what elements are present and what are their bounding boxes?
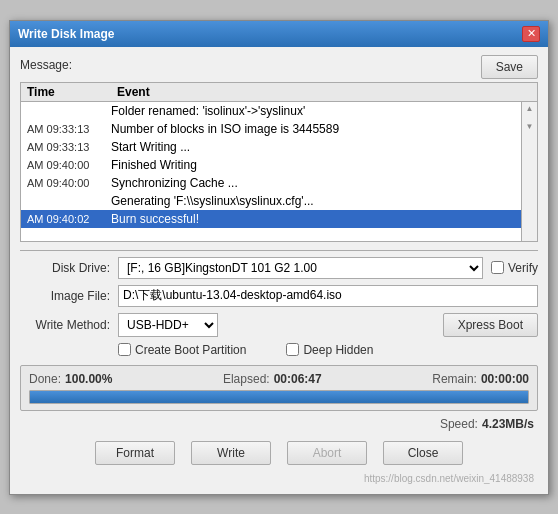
elapsed-label: Elapsed:: [223, 372, 270, 386]
title-bar: Write Disk Image ✕: [10, 21, 548, 47]
xpress-boot-button[interactable]: Xpress Boot: [443, 313, 538, 337]
row-time: AM 09:40:00: [27, 159, 111, 171]
row-time: AM 09:33:13: [27, 141, 111, 153]
elapsed-value: 00:06:47: [274, 372, 322, 386]
table-row[interactable]: Generating 'F:\\syslinux\syslinux.cfg'..…: [21, 192, 521, 210]
bottom-buttons: Format Write Abort Close: [20, 437, 538, 473]
table-row[interactable]: AM 09:40:02Burn successful!: [21, 210, 521, 228]
write-disk-image-dialog: Write Disk Image ✕ Message: Save Time Ev…: [9, 20, 549, 495]
write-method-select[interactable]: USB-HDD+USB-ZIP+USB-HDDUSB-ZIPUSB-FDDRAW: [118, 313, 218, 337]
format-button[interactable]: Format: [95, 441, 175, 465]
deep-hidden-label[interactable]: Deep Hidden: [286, 343, 373, 357]
message-label: Message:: [20, 58, 72, 72]
boot-partition-label[interactable]: Create Boot Partition: [118, 343, 246, 357]
table-row[interactable]: AM 09:33:13Number of blocks in ISO image…: [21, 120, 521, 138]
abort-button[interactable]: Abort: [287, 441, 367, 465]
done-value: 100.00%: [65, 372, 112, 386]
close-button[interactable]: ✕: [522, 26, 540, 42]
message-rows: Folder renamed: 'isolinux'->'syslinux'AM…: [21, 102, 521, 241]
row-event: Start Writing ...: [111, 140, 515, 154]
speed-value: 4.23MB/s: [482, 417, 534, 431]
deep-hidden-text: Deep Hidden: [303, 343, 373, 357]
message-header: Time Event: [21, 83, 537, 102]
remain-stat: Remain: 00:00:00: [432, 372, 529, 386]
remain-value: 00:00:00: [481, 372, 529, 386]
row-event: Synchronizing Cache ...: [111, 176, 515, 190]
options-row: Create Boot Partition Deep Hidden: [20, 343, 538, 357]
row-event: Finished Writing: [111, 158, 515, 172]
deep-hidden-checkbox[interactable]: [286, 343, 299, 356]
row-time: AM 09:33:13: [27, 123, 111, 135]
disk-drive-label: Disk Drive:: [20, 261, 110, 275]
write-method-row: Write Method: USB-HDD+USB-ZIP+USB-HDDUSB…: [20, 313, 538, 337]
boot-partition-checkbox[interactable]: [118, 343, 131, 356]
write-method-label: Write Method:: [20, 318, 110, 332]
done-label: Done:: [29, 372, 61, 386]
remain-label: Remain:: [432, 372, 477, 386]
progress-bar-fill: [30, 391, 528, 403]
image-file-input[interactable]: [118, 285, 538, 307]
row-event: Number of blocks in ISO image is 3445589: [111, 122, 515, 136]
window-title: Write Disk Image: [18, 27, 114, 41]
done-stat: Done: 100.00%: [29, 372, 112, 386]
watermark: https://blog.csdn.net/weixin_41488938: [20, 473, 538, 484]
verify-checkbox[interactable]: [491, 261, 504, 274]
speed-row: Speed: 4.23MB/s: [20, 417, 538, 431]
write-button[interactable]: Write: [191, 441, 271, 465]
speed-label: Speed:: [440, 417, 478, 431]
progress-bar: [29, 390, 529, 404]
verify-label: Verify: [508, 261, 538, 275]
image-file-label: Image File:: [20, 289, 110, 303]
verify-checkbox-label[interactable]: Verify: [491, 261, 538, 275]
table-row[interactable]: AM 09:33:13Start Writing ...: [21, 138, 521, 156]
row-time: AM 09:40:02: [27, 213, 111, 225]
disk-drive-row: Disk Drive: [F:, 16 GB]KingstonDT 101 G2…: [20, 257, 538, 279]
progress-section: Done: 100.00% Elapsed: 00:06:47 Remain: …: [20, 365, 538, 411]
table-row[interactable]: AM 09:40:00Synchronizing Cache ...: [21, 174, 521, 192]
table-row[interactable]: Folder renamed: 'isolinux'->'syslinux': [21, 102, 521, 120]
time-column-header: Time: [27, 85, 117, 99]
row-event: Generating 'F:\\syslinux\syslinux.cfg'..…: [111, 194, 515, 208]
close-button-bottom[interactable]: Close: [383, 441, 463, 465]
table-row[interactable]: AM 09:40:00Finished Writing: [21, 156, 521, 174]
save-button[interactable]: Save: [481, 55, 538, 79]
elapsed-stat: Elapsed: 00:06:47: [223, 372, 322, 386]
row-event: Folder renamed: 'isolinux'->'syslinux': [111, 104, 515, 118]
row-event: Burn successful!: [111, 212, 515, 226]
image-file-row: Image File:: [20, 285, 538, 307]
scrollbar[interactable]: ▲▼: [521, 102, 537, 241]
progress-stats: Done: 100.00% Elapsed: 00:06:47 Remain: …: [29, 372, 529, 386]
event-column-header: Event: [117, 85, 531, 99]
message-log: Time Event Folder renamed: 'isolinux'->'…: [20, 82, 538, 242]
row-time: AM 09:40:00: [27, 177, 111, 189]
boot-partition-text: Create Boot Partition: [135, 343, 246, 357]
disk-drive-select[interactable]: [F:, 16 GB]KingstonDT 101 G2 1.00: [118, 257, 483, 279]
